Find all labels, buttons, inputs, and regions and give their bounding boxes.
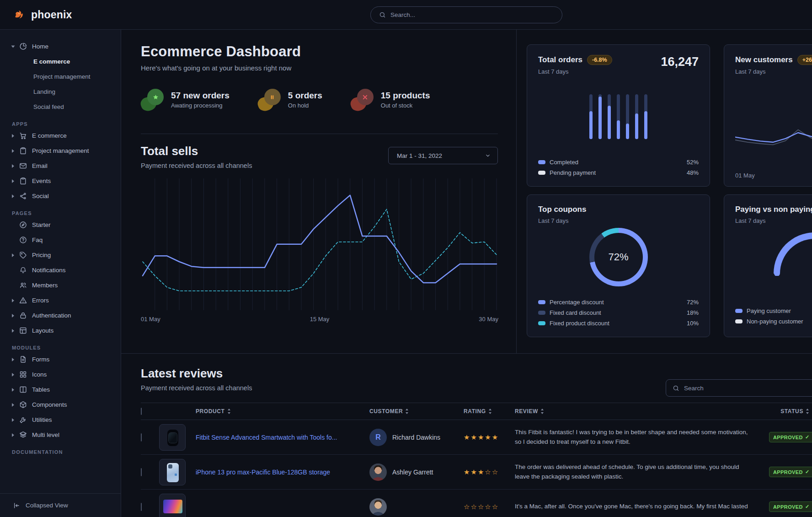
sidebar-item-faq[interactable]: Faq: [12, 232, 116, 248]
legend-swatch: [538, 160, 545, 164]
select-all-checkbox[interactable]: [141, 408, 142, 415]
paying-gauge-chart: [774, 232, 812, 276]
top-navbar: phoenix Search...: [0, 0, 812, 30]
sidebar-item-icons[interactable]: Icons: [12, 367, 116, 382]
dashboard-left-pane: Ecommerce Dashboard Here's what's going …: [121, 30, 517, 353]
column-header-product[interactable]: PRODUCT: [196, 403, 369, 420]
caret-down-icon: [11, 45, 15, 48]
clipboard-icon: [19, 147, 27, 155]
sidebar-item-ecommerce[interactable]: E commerce: [12, 128, 116, 143]
legend-swatch: [735, 319, 743, 323]
customer-name: Richard Dawkins: [392, 434, 440, 441]
check-icon: ✓: [805, 504, 810, 510]
main-content: Ecommerce Dashboard Here's what's going …: [121, 30, 812, 517]
date-range-select[interactable]: Mar 1 - 31, 2022: [388, 147, 498, 164]
stat-value: 15 products: [381, 91, 430, 101]
sidebar-item-components[interactable]: Components: [12, 397, 116, 412]
sidebar-item-events[interactable]: Events: [12, 173, 116, 188]
star-icon: [152, 94, 159, 101]
sidebar-item-starter[interactable]: Starter: [12, 217, 116, 232]
legend-item: Pending payment 48%: [538, 167, 699, 178]
global-search-placeholder: Search...: [390, 11, 415, 18]
search-icon: [673, 385, 679, 392]
table-row: ☆☆☆☆☆ It's a Mac, after all. Once you've…: [141, 490, 812, 517]
brand-logo[interactable]: phoenix: [13, 8, 72, 22]
review-text: It's a Mac, after all. Once you've gone …: [515, 502, 769, 512]
new-customers-line-chart: [735, 113, 812, 157]
total-sells-title: Total sells: [141, 144, 252, 158]
stat-new-orders: 57 new orders Awating processing: [141, 89, 230, 111]
sidebar-item-members[interactable]: Members: [12, 278, 116, 293]
card-title: Top coupons: [538, 205, 586, 214]
sidebar-item-ecommerce-sub[interactable]: E commerce: [12, 54, 116, 69]
sidebar-item-social-feed[interactable]: Social feed: [12, 99, 116, 114]
sidebar-item-home[interactable]: Home: [12, 39, 116, 54]
order-bar: [644, 94, 647, 139]
card-title: New customers: [735, 55, 793, 65]
sidebar-item-pricing[interactable]: Pricing: [12, 248, 116, 263]
row-checkbox[interactable]: [141, 468, 142, 476]
mail-icon: [19, 162, 27, 170]
sidebar-item-project-management[interactable]: Project management: [12, 143, 116, 158]
sidebar-item-forms[interactable]: Forms: [12, 352, 116, 367]
sidebar-item-tables[interactable]: Tables: [12, 382, 116, 397]
sidebar-item-errors[interactable]: Errors: [12, 293, 116, 308]
total-orders-value: 16,247: [661, 55, 699, 69]
layers-icon: [19, 431, 27, 439]
pause-icon: [269, 94, 276, 101]
sidebar-item-email[interactable]: Email: [12, 158, 116, 173]
sidebar-item-project-management-sub[interactable]: Project management: [12, 69, 116, 84]
collapse-label: Collapsed View: [26, 502, 68, 509]
sidebar-item-social[interactable]: Social: [12, 188, 116, 204]
sidebar-item-authentication[interactable]: Authentication: [12, 308, 116, 323]
order-bar: [598, 94, 602, 139]
review-text: The order was delivered ahead of schedul…: [515, 463, 769, 482]
total-orders-bar-chart: [527, 94, 710, 139]
sidebar-item-notifications[interactable]: Notifications: [12, 263, 116, 278]
column-header-rating[interactable]: RATING: [464, 403, 515, 420]
order-bar: [617, 94, 620, 139]
sidebar-item-layouts[interactable]: Layouts: [12, 323, 116, 338]
sidebar-section-pages: PAGES: [12, 209, 116, 217]
section-divider: [141, 134, 498, 134]
table-row: Fitbit Sense Advanced Smartwatch with To…: [141, 420, 812, 455]
product-thumbnail-smartwatch: [159, 424, 186, 451]
stats-row: 57 new orders Awating processing 5 order…: [141, 89, 498, 111]
sidebar-item-multi-level[interactable]: Multi level: [12, 427, 116, 442]
collapse-sidebar-button[interactable]: Collapsed View: [0, 493, 121, 517]
global-search-input[interactable]: Search...: [370, 6, 562, 23]
sidebar-item-utilities[interactable]: Utilities: [12, 412, 116, 427]
row-checkbox[interactable]: [141, 433, 142, 442]
card-period: Last 7 days: [735, 68, 812, 75]
column-header-status[interactable]: STATUS: [769, 403, 812, 420]
stat-orders-on-hold: 5 orders On hold: [258, 89, 322, 111]
legend-item: Percentage discount 72%: [538, 297, 699, 307]
wrench-icon: [19, 416, 27, 424]
row-checkbox[interactable]: [141, 503, 142, 511]
reviews-search-input[interactable]: Search: [666, 379, 812, 397]
rating-stars: ★★★★★: [464, 433, 499, 441]
column-header-review[interactable]: REVIEW: [515, 403, 769, 420]
compass-icon: [19, 221, 27, 229]
sort-icon: [806, 409, 809, 414]
order-bar: [635, 94, 638, 139]
question-circle-icon: [19, 236, 27, 244]
product-link[interactable]: Fitbit Sense Advanced Smartwatch with To…: [196, 434, 337, 441]
tag-icon: [19, 251, 27, 259]
sidebar-item-landing[interactable]: Landing: [12, 84, 116, 99]
total-orders-card: Total orders -6.8% Last 7 days 16,247 Co…: [527, 44, 710, 187]
card-period: Last 7 days: [735, 217, 812, 224]
stat-caption: Awating processing: [171, 102, 230, 109]
search-icon: [379, 11, 386, 18]
layout-icon: [19, 327, 27, 334]
product-link[interactable]: iPhone 13 pro max-Pacific Blue-128GB sto…: [196, 469, 330, 476]
chevron-down-icon: [485, 152, 491, 159]
table-row: iPhone 13 pro max-Pacific Blue-128GB sto…: [141, 455, 812, 490]
table-columns-icon: [19, 386, 27, 393]
sort-icon: [405, 409, 409, 414]
column-header-customer[interactable]: CUSTOMER: [369, 403, 464, 420]
legend-swatch: [538, 300, 545, 304]
users-icon: [19, 281, 27, 289]
grid-icon: [19, 371, 27, 378]
reviews-table: PRODUCT CUSTOMER RATING REVIEW STATUS Fi…: [141, 403, 812, 517]
